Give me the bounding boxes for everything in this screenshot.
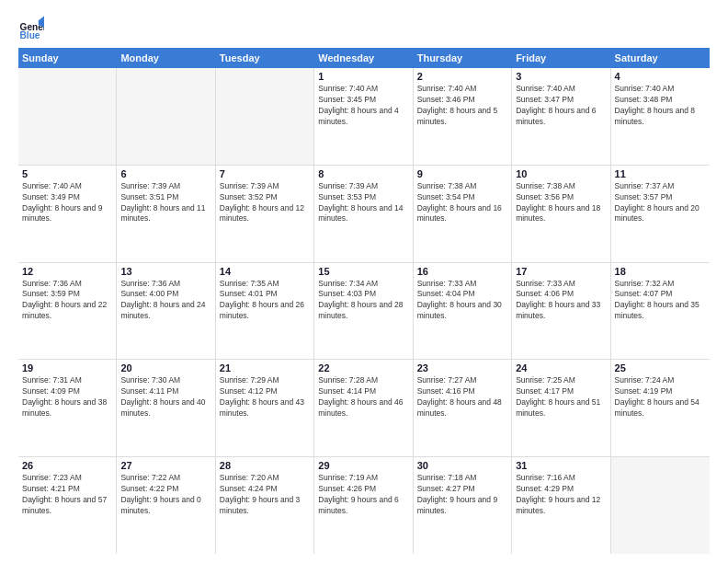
cell-info: Sunrise: 7:36 AMSunset: 4:00 PMDaylight:… bbox=[120, 279, 210, 323]
day-number: 27 bbox=[120, 460, 210, 471]
day-number: 5 bbox=[22, 168, 112, 179]
calendar-cell: 10Sunrise: 7:38 AMSunset: 3:56 PMDayligh… bbox=[512, 166, 610, 262]
cell-info: Sunrise: 7:40 AMSunset: 3:46 PMDaylight:… bbox=[417, 84, 507, 128]
cell-info: Sunrise: 7:36 AMSunset: 3:59 PMDaylight:… bbox=[22, 279, 112, 323]
calendar-cell: 24Sunrise: 7:25 AMSunset: 4:17 PMDayligh… bbox=[512, 360, 610, 456]
cell-info: Sunrise: 7:35 AMSunset: 4:01 PMDaylight:… bbox=[220, 279, 310, 323]
cell-info: Sunrise: 7:16 AMSunset: 4:29 PMDaylight:… bbox=[516, 473, 606, 517]
calendar-cell: 2Sunrise: 7:40 AMSunset: 3:46 PMDaylight… bbox=[414, 68, 512, 165]
weekday-header: Tuesday bbox=[216, 48, 314, 68]
calendar-cell bbox=[611, 457, 710, 554]
day-number: 10 bbox=[516, 168, 606, 179]
cell-info: Sunrise: 7:23 AMSunset: 4:21 PMDaylight:… bbox=[22, 473, 112, 517]
calendar-cell: 12Sunrise: 7:36 AMSunset: 3:59 PMDayligh… bbox=[18, 263, 117, 360]
cell-info: Sunrise: 7:40 AMSunset: 3:48 PMDaylight:… bbox=[615, 84, 706, 128]
calendar-cell: 18Sunrise: 7:32 AMSunset: 4:07 PMDayligh… bbox=[611, 263, 710, 360]
cell-info: Sunrise: 7:37 AMSunset: 3:57 PMDaylight:… bbox=[615, 181, 706, 225]
day-number: 17 bbox=[516, 266, 606, 277]
cell-info: Sunrise: 7:33 AMSunset: 4:06 PMDaylight:… bbox=[516, 279, 606, 323]
cell-info: Sunrise: 7:31 AMSunset: 4:09 PMDaylight:… bbox=[22, 375, 112, 419]
day-number: 29 bbox=[318, 460, 408, 471]
day-number: 11 bbox=[615, 168, 706, 179]
cell-info: Sunrise: 7:39 AMSunset: 3:51 PMDaylight:… bbox=[120, 181, 210, 225]
calendar-cell: 29Sunrise: 7:19 AMSunset: 4:26 PMDayligh… bbox=[314, 457, 413, 554]
day-number: 14 bbox=[220, 266, 310, 277]
day-number: 26 bbox=[22, 460, 112, 471]
day-number: 31 bbox=[516, 460, 606, 471]
day-number: 30 bbox=[417, 460, 507, 471]
calendar-body: 1Sunrise: 7:40 AMSunset: 3:45 PMDaylight… bbox=[18, 68, 710, 554]
day-number: 9 bbox=[417, 168, 507, 179]
calendar-cell: 14Sunrise: 7:35 AMSunset: 4:01 PMDayligh… bbox=[216, 263, 314, 360]
cell-info: Sunrise: 7:24 AMSunset: 4:19 PMDaylight:… bbox=[615, 375, 706, 419]
calendar-cell: 3Sunrise: 7:40 AMSunset: 3:47 PMDaylight… bbox=[512, 68, 610, 165]
cell-info: Sunrise: 7:18 AMSunset: 4:27 PMDaylight:… bbox=[417, 473, 507, 517]
cell-info: Sunrise: 7:33 AMSunset: 4:04 PMDaylight:… bbox=[417, 279, 507, 323]
day-number: 13 bbox=[120, 266, 210, 277]
calendar-cell: 11Sunrise: 7:37 AMSunset: 3:57 PMDayligh… bbox=[611, 166, 710, 262]
day-number: 7 bbox=[220, 168, 310, 179]
calendar-cell: 1Sunrise: 7:40 AMSunset: 3:45 PMDaylight… bbox=[314, 68, 413, 165]
calendar-cell: 23Sunrise: 7:27 AMSunset: 4:16 PMDayligh… bbox=[414, 360, 512, 456]
weekday-header: Thursday bbox=[414, 48, 512, 68]
weekday-header: Sunday bbox=[18, 48, 117, 68]
calendar-cell: 26Sunrise: 7:23 AMSunset: 4:21 PMDayligh… bbox=[18, 457, 117, 554]
logo: General Blue bbox=[18, 15, 48, 40]
cell-info: Sunrise: 7:20 AMSunset: 4:24 PMDaylight:… bbox=[220, 473, 310, 517]
calendar-cell: 17Sunrise: 7:33 AMSunset: 4:06 PMDayligh… bbox=[512, 263, 610, 360]
day-number: 16 bbox=[417, 266, 507, 277]
day-number: 4 bbox=[615, 71, 706, 82]
calendar-cell: 15Sunrise: 7:34 AMSunset: 4:03 PMDayligh… bbox=[314, 263, 413, 360]
cell-info: Sunrise: 7:38 AMSunset: 3:56 PMDaylight:… bbox=[516, 181, 606, 225]
calendar-cell: 22Sunrise: 7:28 AMSunset: 4:14 PMDayligh… bbox=[314, 360, 413, 456]
calendar: SundayMondayTuesdayWednesdayThursdayFrid… bbox=[18, 48, 710, 554]
calendar-cell: 19Sunrise: 7:31 AMSunset: 4:09 PMDayligh… bbox=[18, 360, 117, 456]
cell-info: Sunrise: 7:27 AMSunset: 4:16 PMDaylight:… bbox=[417, 375, 507, 419]
cell-info: Sunrise: 7:19 AMSunset: 4:26 PMDaylight:… bbox=[318, 473, 408, 517]
calendar-row: 1Sunrise: 7:40 AMSunset: 3:45 PMDaylight… bbox=[18, 68, 710, 166]
cell-info: Sunrise: 7:34 AMSunset: 4:03 PMDaylight:… bbox=[318, 279, 408, 323]
calendar-row: 26Sunrise: 7:23 AMSunset: 4:21 PMDayligh… bbox=[18, 457, 710, 554]
day-number: 23 bbox=[417, 362, 507, 373]
weekday-header: Wednesday bbox=[314, 48, 413, 68]
day-number: 6 bbox=[120, 168, 210, 179]
weekday-header: Monday bbox=[117, 48, 215, 68]
cell-info: Sunrise: 7:32 AMSunset: 4:07 PMDaylight:… bbox=[615, 279, 706, 323]
day-number: 3 bbox=[516, 71, 606, 82]
calendar-row: 19Sunrise: 7:31 AMSunset: 4:09 PMDayligh… bbox=[18, 360, 710, 457]
day-number: 8 bbox=[318, 168, 408, 179]
cell-info: Sunrise: 7:25 AMSunset: 4:17 PMDaylight:… bbox=[516, 375, 606, 419]
calendar-cell bbox=[18, 68, 117, 165]
day-number: 21 bbox=[220, 362, 310, 373]
calendar-cell: 13Sunrise: 7:36 AMSunset: 4:00 PMDayligh… bbox=[117, 263, 215, 360]
page: General Blue SundayMondayTuesdayWednesda… bbox=[0, 0, 728, 563]
calendar-cell: 28Sunrise: 7:20 AMSunset: 4:24 PMDayligh… bbox=[216, 457, 314, 554]
calendar-header: SundayMondayTuesdayWednesdayThursdayFrid… bbox=[18, 48, 710, 68]
calendar-cell: 9Sunrise: 7:38 AMSunset: 3:54 PMDaylight… bbox=[414, 166, 512, 262]
calendar-cell: 4Sunrise: 7:40 AMSunset: 3:48 PMDaylight… bbox=[611, 68, 710, 165]
calendar-cell bbox=[117, 68, 215, 165]
weekday-header: Friday bbox=[512, 48, 610, 68]
cell-info: Sunrise: 7:29 AMSunset: 4:12 PMDaylight:… bbox=[220, 375, 310, 419]
day-number: 18 bbox=[615, 266, 706, 277]
cell-info: Sunrise: 7:39 AMSunset: 3:52 PMDaylight:… bbox=[220, 181, 310, 225]
svg-text:Blue: Blue bbox=[20, 30, 40, 40]
day-number: 24 bbox=[516, 362, 606, 373]
calendar-row: 5Sunrise: 7:40 AMSunset: 3:49 PMDaylight… bbox=[18, 166, 710, 263]
cell-info: Sunrise: 7:40 AMSunset: 3:49 PMDaylight:… bbox=[22, 181, 112, 225]
day-number: 2 bbox=[417, 71, 507, 82]
cell-info: Sunrise: 7:40 AMSunset: 3:45 PMDaylight:… bbox=[318, 84, 408, 128]
calendar-cell: 6Sunrise: 7:39 AMSunset: 3:51 PMDaylight… bbox=[117, 166, 215, 262]
calendar-cell: 5Sunrise: 7:40 AMSunset: 3:49 PMDaylight… bbox=[18, 166, 117, 262]
day-number: 12 bbox=[22, 266, 112, 277]
calendar-cell: 7Sunrise: 7:39 AMSunset: 3:52 PMDaylight… bbox=[216, 166, 314, 262]
calendar-cell: 31Sunrise: 7:16 AMSunset: 4:29 PMDayligh… bbox=[512, 457, 610, 554]
day-number: 1 bbox=[318, 71, 408, 82]
cell-info: Sunrise: 7:28 AMSunset: 4:14 PMDaylight:… bbox=[318, 375, 408, 419]
day-number: 15 bbox=[318, 266, 408, 277]
cell-info: Sunrise: 7:22 AMSunset: 4:22 PMDaylight:… bbox=[120, 473, 210, 517]
cell-info: Sunrise: 7:30 AMSunset: 4:11 PMDaylight:… bbox=[120, 375, 210, 419]
calendar-cell: 27Sunrise: 7:22 AMSunset: 4:22 PMDayligh… bbox=[117, 457, 215, 554]
weekday-header: Saturday bbox=[611, 48, 710, 68]
calendar-row: 12Sunrise: 7:36 AMSunset: 3:59 PMDayligh… bbox=[18, 263, 710, 361]
